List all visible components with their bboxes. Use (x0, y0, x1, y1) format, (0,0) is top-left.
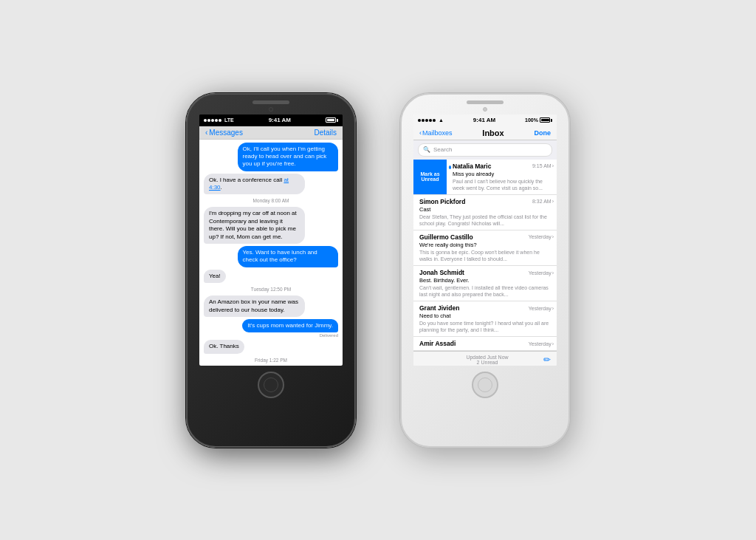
mail-content-5: Grant Jividen Yesterday Need to chat Do … (418, 301, 557, 336)
footer-center: Updated Just Now 2 Unread (466, 355, 508, 365)
mailboxes-back-button[interactable]: ‹ Mailboxes (419, 129, 453, 137)
carrier-label: LTE (224, 117, 234, 123)
mail-content-1: Natalia Maric 9:15 AM Miss you already P… (451, 160, 557, 194)
mail-content-2: Simon Pickford 8:32 AM Cast Dear Stefan,… (418, 195, 557, 230)
signal-dot-4 (215, 119, 218, 122)
signal-dot-5 (219, 119, 221, 122)
messages-nav: ‹ Messages Details (199, 126, 343, 140)
mail-search-area: 🔍 Search (413, 140, 557, 160)
mail-item-2[interactable]: Simon Pickford 8:32 AM Cast Dear Stefan,… (413, 195, 557, 230)
mail-item-6[interactable]: Amir Assadi Yesterday (413, 337, 557, 351)
search-box[interactable]: 🔍 Search (418, 143, 552, 157)
time-label-2: 8:32 AM (532, 199, 551, 204)
time-label-5: Yesterday (529, 306, 551, 311)
timestamp-monday: Monday 8:00 AM (204, 198, 338, 203)
s3 (425, 119, 428, 122)
status-time-dark: 9:41 AM (269, 117, 291, 123)
message-sent-3: It's cups mom wanted for Jimmy. Delivere… (204, 319, 338, 338)
chevron-5 (552, 306, 554, 311)
signal-dots-light (418, 119, 436, 122)
subject-4: Best. Birthday. Ever. (419, 277, 554, 284)
s1 (418, 119, 421, 122)
messages-screen: LTE 9:41 AM ‹ Messages Details (199, 115, 343, 366)
subject-1: Miss you already (453, 171, 554, 177)
message-sent-1: Ok, I'll call you when I'm getting ready… (204, 143, 338, 171)
signal-area-light: ▲ (418, 117, 444, 123)
timestamp-tuesday: Tuesday 12:50 PM (204, 287, 338, 292)
time-6: Yesterday (529, 341, 554, 346)
preview-1: Paul and I can't believe how quickly the… (453, 178, 554, 191)
messages-body: Ok, I'll call you when I'm getting ready… (199, 140, 343, 366)
chevron-4 (552, 270, 554, 276)
battery-area-dark (326, 117, 338, 123)
preview-3: This is gonna be epic. Coop won't believ… (419, 249, 554, 262)
mail-item-1[interactable]: Mark asUnread Natalia Maric 9:15 AM (413, 160, 557, 195)
messages-back-button[interactable]: ‹ Messages (205, 129, 243, 137)
mail-header-1: Natalia Maric 9:15 AM (453, 163, 554, 170)
bubble-received-2: I'm dropping my car off at noon at Conte… (204, 207, 305, 244)
chevron-2 (552, 199, 554, 204)
s2 (422, 119, 425, 122)
mail-item-5[interactable]: Grant Jividen Yesterday Need to chat Do … (413, 301, 557, 337)
mailboxes-label: Mailboxes (422, 129, 453, 137)
bubble-received-1: Ok. I have a conference call at 4:30. (204, 174, 305, 195)
done-button[interactable]: Done (535, 129, 551, 137)
battery-icon-dark (326, 117, 338, 123)
delivered-label: Delivered (320, 333, 338, 338)
search-placeholder: Search (433, 146, 452, 153)
mail-screen: ▲ 9:41 AM 100% ‹ Mailboxes Inbox (413, 115, 557, 366)
s5 (433, 119, 436, 122)
time-5: Yesterday (529, 306, 554, 311)
bubble-received-5: Ok. Thanks (204, 340, 244, 353)
bubble-sent-2: Yes. Want to have lunch and check out th… (238, 246, 339, 267)
search-icon: 🔍 (423, 146, 430, 153)
message-received-1: Ok. I have a conference call at 4:30. (204, 174, 338, 195)
phone-speaker (252, 100, 289, 104)
home-button-dark[interactable] (258, 372, 284, 398)
bubble-sent-1: Ok, I'll call you when I'm getting ready… (238, 143, 339, 171)
wifi-icon: ▲ (439, 117, 444, 123)
message-received-4: An Amazon box in your name was delivered… (204, 295, 338, 317)
compose-button[interactable]: ✏ (543, 355, 551, 365)
messages-details-button[interactable]: Details (314, 129, 337, 137)
signal-dots (204, 119, 221, 122)
home-button-light[interactable] (472, 372, 498, 398)
mail-header-5: Grant Jividen Yesterday (419, 304, 554, 312)
sender-4: Jonah Schmidt (419, 269, 464, 276)
sender-3: Guillermo Castillo (419, 233, 473, 241)
message-received-3: Yea! (204, 270, 338, 283)
preview-4: Can't wait, gentlemen. I installed all t… (419, 284, 554, 298)
message-received-5: Ok. Thanks (204, 340, 338, 353)
battery-pct-label: 100% (525, 117, 538, 123)
signal-dot-2 (207, 119, 210, 122)
message-sent-2: Yes. Want to have lunch and check out th… (204, 246, 338, 267)
messages-back-label: Messages (209, 129, 243, 137)
signal-area: LTE (204, 117, 234, 123)
time-1: 9:15 AM (532, 163, 554, 168)
time-2: 8:32 AM (532, 199, 554, 204)
signal-dot-3 (211, 119, 214, 122)
home-button-inner-dark (264, 377, 278, 392)
time-label-6: Yesterday (529, 341, 551, 346)
back-chevron-mail: ‹ (419, 129, 422, 137)
dark-phone-bottom (188, 366, 354, 446)
time-4: Yesterday (529, 270, 554, 276)
subject-5: Need to chat (419, 312, 554, 319)
mail-item-4[interactable]: Jonah Schmidt Yesterday Best. Birthday. … (413, 266, 557, 301)
mail-header-2: Simon Pickford 8:32 AM (419, 198, 554, 205)
phone-speaker-light (467, 100, 504, 104)
time-3: Yesterday (529, 234, 554, 239)
mark-unread-button[interactable]: Mark asUnread (413, 160, 447, 194)
mark-unread-label: Mark asUnread (420, 171, 439, 182)
inbox-title: Inbox (482, 129, 504, 137)
time-label-3: Yesterday (529, 234, 551, 239)
sender-1: Natalia Maric (453, 163, 491, 170)
mail-item-3[interactable]: Guillermo Castillo Yesterday We're reall… (413, 230, 557, 266)
subject-3: We're really doing this? (419, 242, 554, 248)
preview-2: Dear Stefan, They just posted the offici… (419, 213, 554, 227)
battery-area-light: 100% (525, 117, 552, 123)
light-phone-bottom (402, 366, 568, 446)
status-bar-dark: LTE 9:41 AM (199, 115, 343, 126)
mail-phone: ▲ 9:41 AM 100% ‹ Mailboxes Inbox (400, 93, 570, 448)
status-bar-light: ▲ 9:41 AM 100% (413, 115, 557, 126)
